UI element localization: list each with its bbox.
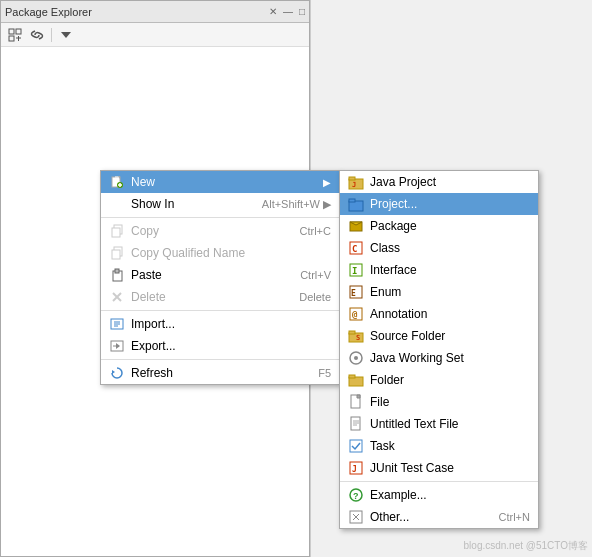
submenu-item-junit-test-case[interactable]: J JUnit Test Case — [340, 457, 538, 479]
submenu-junit-test-case-label: JUnit Test Case — [370, 461, 530, 475]
submenu-annotation-label: Annotation — [370, 307, 530, 321]
delete-shortcut: Delete — [299, 291, 331, 303]
svg-rect-0 — [9, 29, 14, 34]
menu-item-export-label: Export... — [131, 339, 331, 353]
link-with-editor-button[interactable] — [27, 26, 47, 44]
submenu-class-label: Class — [370, 241, 530, 255]
file-icon — [348, 394, 364, 410]
submenu-item-interface[interactable]: I Interface — [340, 259, 538, 281]
menu-item-export[interactable]: Export... — [101, 335, 339, 357]
menu-item-delete-label: Delete — [131, 290, 285, 304]
menu-item-refresh[interactable]: Refresh F5 — [101, 362, 339, 384]
refresh-shortcut: F5 — [318, 367, 331, 379]
example-icon: ? — [348, 487, 364, 503]
svg-rect-32 — [349, 199, 355, 202]
svg-rect-13 — [112, 228, 120, 237]
svg-marker-27 — [112, 370, 115, 374]
panel-toolbar — [1, 23, 309, 47]
show-in-shortcut: Alt+Shift+W ▶ — [262, 198, 331, 211]
menu-item-import[interactable]: Import... — [101, 313, 339, 335]
copy-icon — [109, 223, 125, 239]
svg-text:@: @ — [352, 310, 358, 320]
copy-shortcut: Ctrl+C — [300, 225, 331, 237]
submenu-item-folder[interactable]: Folder — [340, 369, 538, 391]
svg-marker-5 — [61, 32, 71, 38]
annotation-icon: @ — [348, 306, 364, 322]
panel-max-icon[interactable]: □ — [299, 6, 305, 17]
submenu-item-example[interactable]: ? Example... — [340, 484, 538, 506]
submenu-folder-label: Folder — [370, 373, 530, 387]
project-icon — [348, 196, 364, 212]
menu-item-new[interactable]: New ▶ — [101, 171, 339, 193]
submenu-other-label: Other... — [370, 510, 493, 524]
svg-text:E: E — [351, 289, 356, 298]
import-icon — [109, 316, 125, 332]
interface-icon: I — [348, 262, 364, 278]
menu-item-refresh-label: Refresh — [131, 366, 304, 380]
package-icon — [348, 218, 364, 234]
submenu-item-untitled-text-file[interactable]: Untitled Text File — [340, 413, 538, 435]
submenu-item-project[interactable]: Project... — [340, 193, 538, 215]
submenu-java-project-label: Java Project — [370, 175, 530, 189]
svg-rect-49 — [349, 375, 355, 378]
show-in-icon — [109, 196, 125, 212]
menu-item-copy-qualified: Copy Qualified Name — [101, 242, 339, 264]
folder-icon — [348, 372, 364, 388]
export-icon — [109, 338, 125, 354]
svg-rect-1 — [16, 29, 21, 34]
svg-point-47 — [354, 356, 358, 360]
class-icon: C — [348, 240, 364, 256]
submenu-item-file[interactable]: File — [340, 391, 538, 413]
menu-item-paste-label: Paste — [131, 268, 286, 282]
new-arrow-icon: ▶ — [323, 177, 331, 188]
submenu-untitled-text-file-label: Untitled Text File — [370, 417, 530, 431]
copy-qualified-icon — [109, 245, 125, 261]
collapse-all-button[interactable] — [5, 26, 25, 44]
menu-item-copy: Copy Ctrl+C — [101, 220, 339, 242]
svg-rect-2 — [9, 36, 14, 41]
submenu-item-java-working-set[interactable]: Java Working Set — [340, 347, 538, 369]
working-set-icon — [348, 350, 364, 366]
svg-text:C: C — [352, 244, 357, 254]
menu-item-show-in[interactable]: Show In Alt+Shift+W ▶ — [101, 193, 339, 215]
submenu-package-label: Package — [370, 219, 530, 233]
svg-rect-15 — [112, 250, 120, 259]
submenu-task-label: Task — [370, 439, 530, 453]
java-project-icon: J — [348, 174, 364, 190]
dropdown-icon — [61, 30, 71, 40]
enum-icon: E — [348, 284, 364, 300]
watermark: blog.csdn.net @51CTO博客 — [464, 539, 588, 553]
task-icon — [348, 438, 364, 454]
view-menu-button[interactable] — [56, 26, 76, 44]
submenu-interface-label: Interface — [370, 263, 530, 277]
menu-separator-2 — [101, 310, 339, 311]
menu-item-new-label: New — [131, 175, 317, 189]
submenu-item-class[interactable]: C Class — [340, 237, 538, 259]
toolbar-separator — [51, 28, 52, 42]
menu-item-import-label: Import... — [131, 317, 331, 331]
submenu-item-java-project[interactable]: J Java Project — [340, 171, 538, 193]
submenu-item-other[interactable]: Other... Ctrl+N — [340, 506, 538, 528]
submenu-item-package[interactable]: Package — [340, 215, 538, 237]
panel-min-icon[interactable]: — — [283, 6, 293, 17]
svg-text:S: S — [356, 334, 360, 342]
submenu-item-enum[interactable]: E Enum — [340, 281, 538, 303]
svg-rect-29 — [349, 177, 355, 180]
submenu-java-working-set-label: Java Working Set — [370, 351, 530, 365]
submenu-item-source-folder[interactable]: S Source Folder — [340, 325, 538, 347]
paste-shortcut: Ctrl+V — [300, 269, 331, 281]
panel-title: Package Explorer — [5, 6, 265, 18]
other-icon — [348, 509, 364, 525]
submenu-item-task[interactable]: Task — [340, 435, 538, 457]
panel-close-icon[interactable]: ✕ — [269, 6, 277, 17]
submenu-item-annotation[interactable]: @ Annotation — [340, 303, 538, 325]
delete-icon — [109, 289, 125, 305]
submenu-source-folder-label: Source Folder — [370, 329, 530, 343]
svg-rect-17 — [115, 269, 119, 273]
menu-item-paste[interactable]: Paste Ctrl+V — [101, 264, 339, 286]
refresh-icon — [109, 365, 125, 381]
panel-header: Package Explorer ✕ — □ — [1, 1, 309, 23]
menu-separator-1 — [101, 217, 339, 218]
svg-rect-44 — [349, 331, 355, 334]
svg-text:I: I — [352, 266, 357, 276]
